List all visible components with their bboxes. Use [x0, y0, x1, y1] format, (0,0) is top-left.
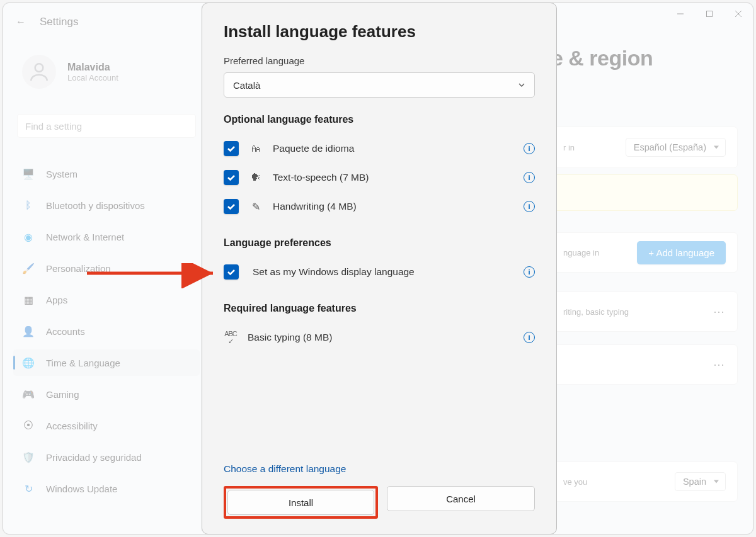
optional-features-header: Optional language features	[224, 114, 535, 125]
sidebar-nav: 🖥️System ᛒBluetooth y dispositivos ◉Netw…	[13, 161, 200, 507]
required-features-header: Required language features	[224, 303, 535, 314]
bluetooth-icon: ᛒ	[22, 199, 35, 212]
checkbox-language-pack[interactable]	[224, 141, 239, 156]
search-placeholder: Find a setting	[25, 121, 82, 132]
svg-point-4	[35, 64, 43, 72]
globe-icon: 🌐	[22, 356, 35, 369]
info-icon[interactable]: i	[524, 172, 535, 183]
nav-accessibility[interactable]: ⦿Accessibility	[13, 412, 200, 439]
update-icon: ↻	[22, 482, 35, 495]
apps-icon: ▦	[22, 293, 35, 306]
page-heading: e & region	[551, 46, 653, 71]
avatar-icon	[22, 55, 56, 89]
language-item-1[interactable]: riting, basic typing ⋯	[551, 291, 738, 332]
accessibility-icon: ⦿	[22, 419, 35, 432]
brush-icon: 🖌️	[22, 262, 35, 274]
gamepad-icon: 🎮	[22, 388, 35, 400]
display-language-select[interactable]: Español (España)	[626, 138, 726, 157]
install-button-highlight: Install	[224, 486, 378, 519]
nav-network[interactable]: ◉Network & Internet	[13, 223, 200, 250]
language-pack-icon: 🗛	[249, 143, 263, 154]
handwriting-icon: ✎	[249, 201, 263, 213]
feature-language-pack: 🗛 Paquete de idioma i	[224, 134, 535, 163]
pref-label: Set as my Windows display language	[253, 266, 513, 278]
more-icon[interactable]: ⋯	[713, 358, 726, 371]
nav-privacy[interactable]: 🛡️Privacidad y seguridad	[13, 444, 200, 470]
dialog-buttons: Install Cancel	[224, 486, 535, 519]
feature-label: Paquete de idioma	[273, 143, 513, 154]
preferred-language-dropdown[interactable]: Català	[224, 72, 535, 98]
preferred-language-label: Preferred language	[224, 55, 535, 66]
preferred-languages-card: nguage in + Add language	[551, 232, 738, 273]
maximize-button[interactable]	[695, 3, 724, 25]
checkbox-set-display-language[interactable]	[224, 264, 239, 280]
card-text: r in	[563, 143, 626, 152]
display-language-card: r in Español (España)	[551, 127, 738, 168]
topbar: ← Settings	[16, 16, 78, 28]
svg-rect-1	[707, 11, 713, 17]
nav-apps[interactable]: ▦Apps	[13, 286, 200, 313]
feature-label: Handwriting (4 MB)	[273, 201, 513, 212]
pref-set-display-language: Set as my Windows display language i	[224, 257, 535, 286]
choose-different-language-link[interactable]: Choose a different language	[224, 463, 535, 475]
user-name: Malavida	[67, 62, 118, 73]
add-language-button[interactable]: + Add language	[637, 241, 726, 264]
tts-icon: 🗣	[249, 172, 263, 183]
checkbox-tts[interactable]	[224, 170, 239, 185]
feature-handwriting: ✎ Handwriting (4 MB) i	[224, 192, 535, 221]
card-text: ve you	[563, 477, 675, 487]
lang-features-text: riting, basic typing	[563, 307, 713, 317]
close-button[interactable]	[724, 3, 753, 25]
info-icon[interactable]: i	[524, 143, 535, 154]
display-icon: 🖥️	[22, 167, 35, 180]
feature-basic-typing: ABC✓ Basic typing (8 MB) i	[224, 323, 535, 352]
checkbox-handwriting[interactable]	[224, 199, 239, 214]
info-icon[interactable]: i	[524, 332, 535, 343]
nav-accounts[interactable]: 👤Accounts	[13, 318, 200, 344]
more-icon[interactable]: ⋯	[713, 305, 726, 319]
feature-label: Text-to-speech (7 MB)	[273, 172, 513, 183]
nav-system[interactable]: 🖥️System	[13, 161, 200, 187]
user-block[interactable]: Malavida Local Account	[22, 55, 118, 89]
search-input[interactable]: Find a setting	[17, 114, 196, 138]
nav-gaming[interactable]: 🎮Gaming	[13, 381, 200, 407]
minimize-button[interactable]	[666, 3, 695, 25]
restart-banner	[551, 174, 738, 211]
language-item-2[interactable]: ⋯	[551, 344, 738, 385]
feature-label: Basic typing (8 MB)	[248, 332, 513, 343]
wifi-icon: ◉	[22, 230, 35, 243]
app-title: Settings	[40, 16, 78, 28]
cancel-button[interactable]: Cancel	[387, 486, 535, 511]
nav-windows-update[interactable]: ↻Windows Update	[13, 475, 200, 502]
back-button[interactable]: ←	[16, 16, 26, 28]
install-language-dialog: Install language features Preferred lang…	[202, 3, 557, 534]
install-button[interactable]: Install	[227, 490, 374, 515]
basic-typing-icon: ABC✓	[224, 330, 238, 346]
nav-bluetooth[interactable]: ᛒBluetooth y dispositivos	[13, 192, 200, 218]
nav-personalization[interactable]: 🖌️Personalization	[13, 255, 200, 281]
country-region-card: ve you Spain	[551, 461, 738, 502]
user-subtitle: Local Account	[67, 73, 118, 82]
person-icon: 👤	[22, 325, 35, 337]
nav-time-language[interactable]: 🌐Time & Language	[13, 349, 200, 376]
info-icon[interactable]: i	[524, 266, 535, 278]
language-preferences-header: Language preferences	[224, 237, 535, 249]
dropdown-value: Català	[233, 80, 260, 91]
info-icon[interactable]: i	[524, 201, 535, 212]
card-text: nguage in	[563, 248, 637, 257]
feature-tts: 🗣 Text-to-speech (7 MB) i	[224, 163, 535, 192]
country-select[interactable]: Spain	[675, 472, 726, 491]
window-controls	[666, 3, 753, 25]
shield-icon: 🛡️	[22, 451, 35, 463]
dialog-title: Install language features	[224, 22, 535, 42]
chevron-down-icon	[518, 81, 525, 89]
